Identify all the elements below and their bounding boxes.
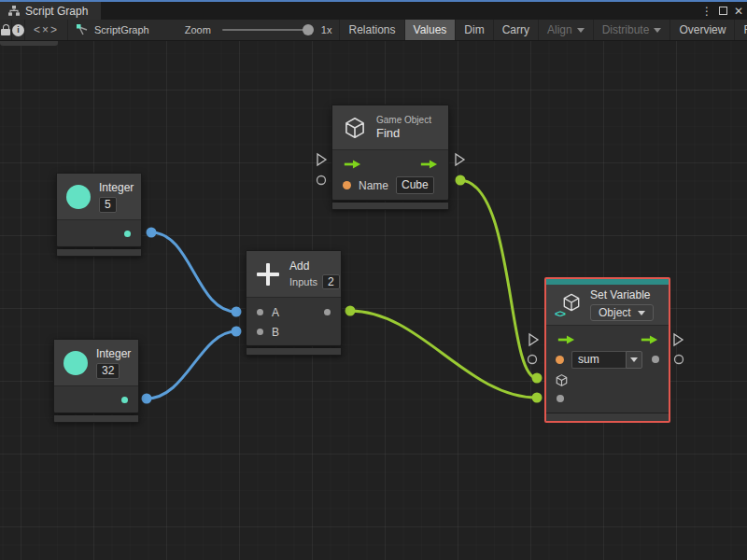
close-icon[interactable]: ✕ <box>734 6 743 17</box>
zoom-slider[interactable] <box>222 29 312 31</box>
object-input-cube-icon[interactable] <box>555 373 569 387</box>
node-title: Integer <box>96 347 131 360</box>
tab-bar: Script Graph ⋮ ✕ <box>0 2 747 20</box>
port-integer2-output[interactable] <box>142 394 152 404</box>
flow-in-arrow-icon[interactable] <box>343 159 361 170</box>
relations-button[interactable]: Relations <box>340 20 404 40</box>
chevron-down-icon <box>638 311 645 315</box>
flow-out-arrow-icon[interactable] <box>419 159 438 170</box>
variable-scope-dropdown[interactable]: Object <box>590 304 654 321</box>
integer-type-icon <box>63 351 88 375</box>
add-icon <box>257 263 279 286</box>
port-setvariable-value-output[interactable] <box>675 356 684 364</box>
info-icon: i <box>12 24 24 36</box>
node-footer <box>546 413 669 421</box>
scope-label: Object <box>599 306 631 319</box>
align-label: Align <box>547 23 572 36</box>
overview-button[interactable]: Overview <box>670 20 735 40</box>
zoom-value: 1x <box>321 24 332 35</box>
wire-integer2-to-add-b[interactable] <box>147 331 236 399</box>
variable-name-value[interactable]: sum <box>571 351 626 369</box>
maximize-icon[interactable] <box>719 7 727 15</box>
port-integer1-output[interactable] <box>147 228 157 238</box>
code-preview-button[interactable]: <×> <box>25 20 68 40</box>
input-a-port-indicator[interactable] <box>257 309 263 315</box>
inputs-count-input[interactable]: 2 <box>322 274 340 289</box>
port-b-label: B <box>272 326 279 339</box>
variable-name-combo[interactable]: sum <box>571 351 642 369</box>
name-port-indicator[interactable] <box>343 181 351 189</box>
node-gameobject-find[interactable]: Game Object Find Na <box>331 105 449 210</box>
node-set-variable[interactable]: <> Set Variable Object <box>544 277 670 423</box>
port-add-input-b[interactable] <box>232 327 242 337</box>
align-button[interactable]: Align <box>539 20 594 40</box>
integer-value-input[interactable]: 32 <box>96 363 120 379</box>
wire-find-to-setvariable-object[interactable] <box>460 180 537 378</box>
value-input-indicator[interactable] <box>557 395 564 402</box>
graph-canvas[interactable]: Integer 5 Integer 32 <box>0 41 747 560</box>
port-setvariable-flow-in[interactable] <box>529 334 538 345</box>
toolbar-middle: ScriptGraph Zoom 1x <box>68 20 340 40</box>
integer-type-icon <box>66 185 91 209</box>
values-button[interactable]: Values <box>405 20 457 40</box>
node-footer <box>246 348 342 356</box>
lock-icon <box>0 24 11 35</box>
port-a-label: A <box>272 306 316 319</box>
port-setvariable-name-input[interactable] <box>529 356 537 364</box>
name-label: Name <box>359 179 388 192</box>
flow-out-arrow-icon[interactable] <box>640 334 658 345</box>
graph-hierarchy-icon <box>7 5 21 17</box>
info-button[interactable]: i <box>12 20 25 40</box>
port-find-flow-in[interactable] <box>317 154 326 165</box>
integer-value-input[interactable]: 5 <box>99 197 117 213</box>
node-footer <box>56 249 142 257</box>
value-output-indicator[interactable] <box>652 356 659 363</box>
node-footer <box>53 415 139 423</box>
wire-integer1-to-add-a[interactable] <box>151 232 236 312</box>
script-graph-icon <box>76 23 89 36</box>
node-integer-2[interactable]: Integer 32 <box>53 339 139 423</box>
script-graph-window: Script Graph ⋮ ✕ i <×> ScriptGraph Zoom <box>0 0 747 560</box>
node-category: Game Object <box>376 115 431 125</box>
window-menu-icon[interactable]: ⋮ <box>701 6 712 17</box>
chevron-down-icon <box>630 357 638 362</box>
port-add-input-a[interactable] <box>232 307 242 317</box>
name-value-input[interactable]: Cube <box>396 176 434 194</box>
fullscreen-button[interactable]: Full Screen <box>735 20 747 40</box>
tab-script-graph[interactable]: Script Graph <box>0 2 101 20</box>
code-brackets-icon: <> <box>555 308 565 319</box>
port-setvariable-value-input[interactable] <box>532 393 543 403</box>
node-title: Integer <box>99 181 134 194</box>
zoom-slider-handle[interactable] <box>303 24 314 35</box>
node-title: Find <box>376 126 431 140</box>
port-setvariable-object-input[interactable] <box>532 373 543 384</box>
port-find-flow-out[interactable] <box>456 154 464 165</box>
port-find-gameobject-output[interactable] <box>456 175 466 186</box>
variable-name-dropdown-button[interactable] <box>626 351 642 369</box>
flow-in-arrow-icon[interactable] <box>557 334 575 345</box>
port-find-name-input[interactable] <box>317 176 326 185</box>
output-port-indicator[interactable] <box>124 231 131 237</box>
tab-title: Script Graph <box>25 5 88 18</box>
gameobject-cube-icon <box>343 116 367 140</box>
graph-name-label: ScriptGraph <box>94 24 149 35</box>
node-title: Set Variable <box>590 288 654 301</box>
output-port-indicator[interactable] <box>121 397 128 403</box>
carry-button[interactable]: Carry <box>494 20 539 40</box>
port-add-output[interactable] <box>345 306 356 316</box>
wire-add-to-setvariable-value[interactable] <box>350 311 537 398</box>
dim-button[interactable]: Dim <box>456 20 493 40</box>
variable-name-port-indicator[interactable] <box>556 356 564 364</box>
output-port-indicator[interactable] <box>324 309 331 315</box>
inputs-label: Inputs <box>289 276 317 287</box>
distribute-button[interactable]: Distribute <box>594 20 671 40</box>
node-add[interactable]: Add Inputs 2 A B <box>246 250 342 356</box>
node-footer <box>331 203 449 210</box>
chevron-down-icon <box>654 28 661 33</box>
input-b-port-indicator[interactable] <box>257 329 263 335</box>
node-title: Add <box>289 259 340 273</box>
port-setvariable-flow-out[interactable] <box>674 334 683 345</box>
node-integer-1[interactable]: Integer 5 <box>56 173 142 257</box>
lock-button[interactable] <box>0 20 12 40</box>
zoom-label: Zoom <box>185 24 211 35</box>
